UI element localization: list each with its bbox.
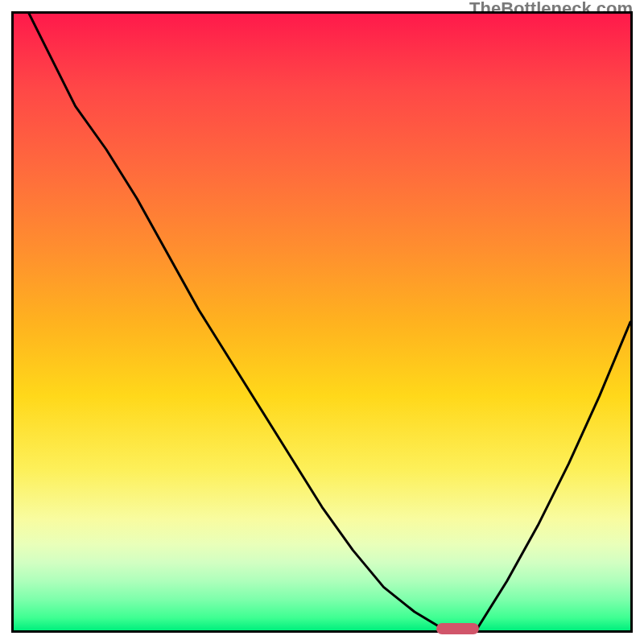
plot-area	[11, 11, 633, 633]
optimum-marker	[436, 623, 480, 634]
chart-container: TheBottleneck.com	[0, 0, 644, 644]
bottleneck-curve	[14, 14, 630, 630]
